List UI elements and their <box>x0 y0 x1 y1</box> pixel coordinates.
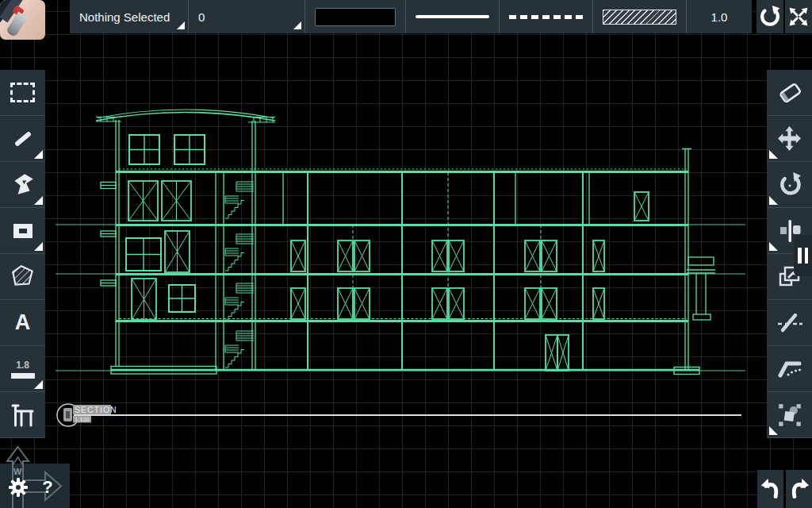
linetype-solid-picker[interactable] <box>406 0 500 33</box>
line-tool[interactable] <box>0 116 45 162</box>
draw-toolbar: A 1.8 <box>0 70 45 438</box>
selection-status-label: Nothing Selected <box>79 10 170 24</box>
settings-button[interactable] <box>3 471 33 503</box>
trim-tool[interactable] <box>767 300 812 346</box>
flyout-corner-icon <box>769 242 778 251</box>
flyout-corner-icon <box>769 150 778 159</box>
hatch-tool[interactable] <box>0 254 45 300</box>
move-icon <box>776 125 802 152</box>
selection-status-dropdown[interactable]: Nothing Selected <box>70 0 189 33</box>
snap-grips-icon <box>776 402 803 429</box>
hatch-tool-icon <box>10 264 36 291</box>
redo-button[interactable] <box>786 470 812 508</box>
flyout-corner-icon <box>34 242 43 251</box>
lineweight-value: 1.8 <box>16 360 29 371</box>
text-tool-icon: A <box>15 312 31 333</box>
fillet-icon <box>776 356 804 382</box>
marquee-select-icon <box>10 83 35 102</box>
redo-icon <box>788 475 810 502</box>
move-tool[interactable] <box>767 116 812 162</box>
eraser-tool[interactable] <box>767 70 812 116</box>
dashed-line-swatch <box>509 15 583 19</box>
parallel-lines-icon <box>798 248 802 264</box>
layer-value: 0 <box>198 10 205 24</box>
layer-dropdown[interactable]: 0 <box>189 0 305 33</box>
offset-flyout-panel[interactable] <box>794 235 812 276</box>
property-bar: Nothing Selected 0 1.0 <box>70 0 752 33</box>
polyline-tool[interactable] <box>0 162 45 208</box>
rotate-icon <box>776 171 803 198</box>
building-section-drawing <box>56 110 745 375</box>
app-logo[interactable] <box>0 0 45 40</box>
section-label: SECTION <box>75 405 117 414</box>
section-scale-label: 1:100 <box>75 416 90 423</box>
flyout-corner-icon <box>769 196 778 205</box>
dropdown-corner-icon <box>293 21 301 29</box>
hatch-pattern-picker[interactable] <box>593 0 687 33</box>
fillet-tool[interactable] <box>767 346 812 392</box>
scale-value: 1.0 <box>711 10 728 24</box>
help-button[interactable]: ? <box>33 471 62 503</box>
fit-screen-button[interactable] <box>785 0 812 33</box>
rotate-view-icon <box>758 5 782 29</box>
line-tool-icon <box>10 126 36 152</box>
dimension-tool-icon <box>10 402 36 428</box>
rotate-tool[interactable] <box>767 162 812 208</box>
undo-button[interactable] <box>757 470 783 508</box>
hatch-swatch <box>603 10 676 25</box>
color-swatch <box>315 8 396 26</box>
lineweight-tool-icon <box>11 373 35 379</box>
dropdown-corner-icon <box>177 21 185 29</box>
section-title-annotation: SECTION 1:100 <box>57 404 741 426</box>
fit-screen-icon <box>787 6 810 28</box>
snap-grips-tool[interactable] <box>767 392 812 438</box>
flyout-corner-icon <box>34 196 43 205</box>
scale-field[interactable]: 1.0 <box>687 0 752 33</box>
parallel-lines-icon <box>805 248 809 264</box>
undo-icon <box>760 475 782 502</box>
trim-icon <box>776 310 803 336</box>
eraser-icon <box>776 79 804 106</box>
rotate-view-button[interactable] <box>756 0 783 33</box>
dimension-tool[interactable] <box>0 392 45 438</box>
flyout-corner-icon <box>34 150 43 159</box>
help-label: ? <box>42 477 52 498</box>
rectangle-tool[interactable] <box>0 208 45 254</box>
color-picker[interactable] <box>305 0 406 33</box>
flyout-corner-icon <box>769 426 778 435</box>
drawing-canvas[interactable]: SECTION 1:100 <box>0 0 812 508</box>
linetype-dashed-picker[interactable] <box>500 0 593 33</box>
solid-line-swatch <box>416 15 489 19</box>
gear-icon <box>6 475 31 500</box>
lineweight-tool[interactable]: 1.8 <box>0 346 45 392</box>
text-tool[interactable]: A <box>0 300 45 346</box>
polyline-tool-icon <box>10 171 36 198</box>
marquee-select-tool[interactable] <box>0 70 45 116</box>
rectangle-tool-icon <box>10 219 36 243</box>
cad-app-window: SECTION 1:100 Nothing Selected 0 <box>0 0 812 508</box>
flyout-corner-icon <box>34 380 43 389</box>
